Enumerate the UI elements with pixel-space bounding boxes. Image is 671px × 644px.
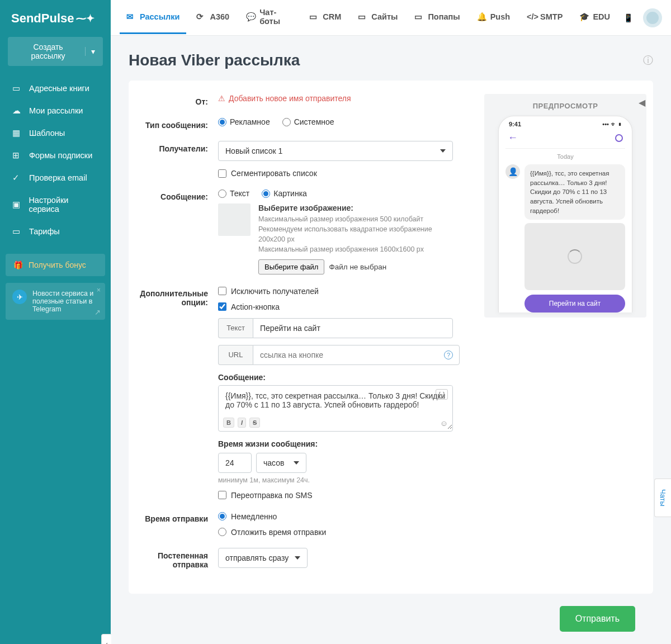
ttl-unit-select[interactable]: часов: [256, 453, 306, 473]
strike-button[interactable]: S: [249, 418, 260, 428]
image-upload-title: Выберите изображение:: [258, 203, 453, 212]
file-status: Файл не выбран: [329, 263, 386, 271]
settings-icon: ▣: [12, 200, 21, 209]
choose-file-button[interactable]: Выберите файл: [258, 259, 324, 274]
phone-preview: 9:41 ••• ᯤ ▮ ← Today 👤 {{Имя}}, тсс, это…: [498, 116, 632, 312]
ttl-value-input[interactable]: [218, 453, 252, 473]
segment-checkbox[interactable]: Сегментировать список: [218, 169, 453, 178]
preview-collapse-button[interactable]: ◀: [639, 97, 645, 108]
gift-icon: 🎁: [13, 261, 23, 269]
telegram-banner[interactable]: × ✈ Новости сервиса и полезные статьи в …: [6, 283, 105, 320]
form-card: От: ⚠ Добавить новое имя отправителя Тип…: [129, 80, 653, 594]
collapse-sidebar-button[interactable]: ‹: [101, 634, 111, 645]
mail-icon: ✉: [126, 12, 135, 21]
action-button-checkbox[interactable]: Action-кнопка: [218, 302, 453, 311]
emoji-button[interactable]: ☺: [440, 419, 448, 428]
resend-sms-checkbox[interactable]: Переотправка по SMS: [218, 491, 453, 500]
sidebar-item-my-campaigns[interactable]: ☁Мои рассылки: [0, 100, 111, 122]
btn-url-input[interactable]: [253, 345, 460, 365]
variables-button[interactable]: { }: [436, 389, 448, 400]
tab-campaigns[interactable]: ✉Рассылки: [120, 1, 186, 34]
chevron-down-icon: ▾: [85, 47, 95, 56]
template-icon: ▦: [12, 129, 21, 138]
tab-chatbots[interactable]: 💬Чат-боты: [239, 0, 299, 39]
crm-icon: ▭: [309, 12, 318, 21]
telegram-icon: ✈: [12, 290, 27, 304]
preview-image-placeholder: [524, 223, 625, 290]
send-time-label: Время отправки: [129, 511, 218, 523]
sidebar-item-pricing[interactable]: ▭Тарифы: [0, 220, 111, 243]
sidebar-item-templates[interactable]: ▦Шаблоны: [0, 122, 111, 144]
automation-icon: ⟳: [196, 12, 205, 21]
btn-url-label: URL: [218, 345, 253, 365]
tab-sites[interactable]: ▭Сайты: [351, 1, 404, 34]
edu-icon: 🎓: [579, 12, 588, 21]
send-now-radio[interactable]: Немедленно: [218, 512, 453, 521]
preview-action-button: Перейти на сайт: [524, 295, 625, 312]
send-later-radio[interactable]: Отложить время отправки: [218, 528, 453, 537]
close-icon[interactable]: ×: [97, 286, 101, 294]
italic-button[interactable]: I: [238, 418, 246, 428]
viber-icon: [615, 134, 623, 142]
sidebar-item-address-books[interactable]: ▭Адресные книги: [0, 77, 111, 100]
help-icon[interactable]: ?: [444, 351, 453, 359]
tab-crm[interactable]: ▭CRM: [303, 1, 348, 34]
preview-message: {{Имя}}, тсс, это секретная рассылка… То…: [524, 164, 625, 220]
additional-options-label: Дополнительные опции:: [129, 286, 218, 307]
recipients-select[interactable]: Новый список 1: [218, 141, 453, 161]
create-campaign-button[interactable]: Создать рассылку ▾: [8, 37, 103, 66]
tab-smtp[interactable]: </>SMTP: [520, 1, 569, 34]
message-type-label: Тип сообщения:: [129, 117, 218, 130]
chats-tab[interactable]: Чаты: [654, 479, 671, 517]
sidebar-nav: ▭Адресные книги ☁Мои рассылки ▦Шаблоны ⊞…: [0, 73, 111, 247]
msg-text-radio[interactable]: Текст: [218, 189, 249, 198]
type-system-radio[interactable]: Системное: [282, 117, 334, 126]
bonus-banner[interactable]: 🎁Получить бонус: [6, 254, 105, 276]
sidebar-item-settings[interactable]: ▣Настройки сервиса: [0, 189, 111, 220]
sidebar-item-email-check[interactable]: ✓Проверка email: [0, 167, 111, 189]
tab-popups[interactable]: ▭Попапы: [408, 1, 466, 34]
bell-icon: 🔔: [477, 12, 486, 21]
book-icon: ▭: [12, 84, 21, 93]
sidebar-item-subscription-forms[interactable]: ⊞Формы подписки: [0, 144, 111, 167]
exclude-checkbox[interactable]: Исключить получателей: [218, 287, 453, 296]
sender-avatar: 👤: [505, 164, 520, 179]
signal-icon: ••• ᯤ ▮: [602, 121, 622, 127]
logo: SendPulse⁓✦: [0, 6, 111, 37]
form-icon: ⊞: [12, 151, 21, 160]
user-avatar[interactable]: [643, 8, 662, 27]
from-label: От:: [129, 94, 218, 106]
add-sender-link[interactable]: ⚠ Добавить новое имя отправителя: [218, 94, 453, 103]
sidebar: SendPulse⁓✦ Создать рассылку ▾ ▭Адресные…: [0, 0, 111, 644]
back-arrow-icon: ←: [508, 132, 518, 144]
btn-text-label: Текст: [218, 318, 253, 338]
chat-icon: 💬: [246, 12, 255, 21]
preview-title: ПРЕДПРОСМОТР: [490, 102, 641, 110]
gradual-label: Постепенная отправка: [129, 548, 218, 569]
bold-button[interactable]: B: [223, 418, 234, 428]
message-label: Сообщение:: [129, 189, 218, 201]
type-ad-radio[interactable]: Рекламное: [218, 117, 270, 126]
code-icon: </>: [527, 12, 536, 21]
ttl-hint: минимум 1м, максимум 24ч.: [218, 476, 453, 484]
ttl-label: Время жизни сообщения:: [218, 439, 453, 448]
preview-pane: ◀ ПРЕДПРОСМОТР 9:41 ••• ᯤ ▮ ← Today: [484, 94, 646, 318]
send-button[interactable]: Отправить: [560, 606, 635, 632]
upload-icon: ☁: [12, 106, 21, 115]
spinner-icon: [568, 249, 582, 264]
gradual-select[interactable]: отправлять сразу: [218, 548, 308, 568]
mobile-icon[interactable]: 📱: [623, 13, 633, 22]
check-icon: ✓: [12, 173, 21, 182]
msg-image-radio[interactable]: Картинка: [262, 189, 307, 198]
btn-text-input[interactable]: [253, 318, 453, 338]
tab-push[interactable]: 🔔Push: [470, 1, 517, 34]
popup-icon: ▭: [414, 12, 423, 21]
main: ✉Рассылки ⟳A360 💬Чат-боты ▭CRM ▭Сайты ▭П…: [111, 0, 671, 644]
recipients-label: Получатели:: [129, 141, 218, 153]
pulse-icon: ⁓✦: [76, 12, 94, 25]
warning-icon: ⚠: [218, 94, 225, 103]
tab-edu[interactable]: 🎓EDU: [573, 1, 617, 34]
info-icon[interactable]: ⓘ: [643, 54, 653, 67]
tab-a360[interactable]: ⟳A360: [190, 1, 236, 34]
pricing-icon: ▭: [12, 227, 21, 236]
